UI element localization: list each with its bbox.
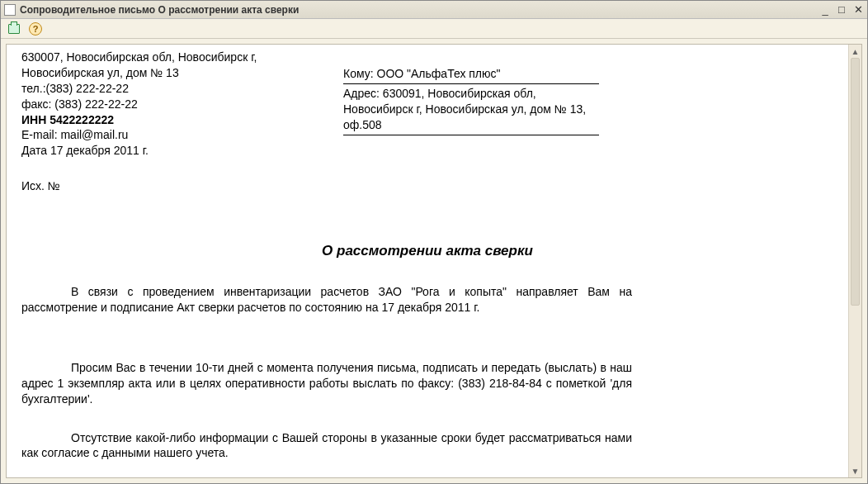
toolbar: ? [1, 19, 867, 39]
header-row: 630007, Новосибирская обл, Новосибирск г… [21, 50, 833, 159]
titlebar: Сопроводительное письмо О рассмотрении а… [1, 1, 867, 19]
sender-fax: факс: (383) 222-22-22 [21, 97, 294, 112]
sender-inn: ИНН 5422222222 [21, 112, 294, 128]
maximize-button[interactable]: □ [836, 4, 847, 16]
help-icon: ? [29, 22, 42, 36]
vertical-scrollbar[interactable]: ▲ ▼ [848, 45, 861, 477]
recipient-to: Кому: ООО "АльфаТех плюс" [343, 64, 599, 84]
sender-phone: тел.:(383) 222-22-22 [21, 81, 294, 97]
sender-email: E-mail: mail@mail.ru [21, 127, 294, 143]
minimize-button[interactable]: _ [819, 4, 831, 16]
body-paragraph-2: Просим Вас в течении 10-ти дней с момент… [21, 360, 632, 407]
document-icon [4, 4, 16, 16]
window-controls: _ □ ✕ [819, 4, 864, 16]
body-paragraph-3: Отсутствие какой-либо информации с Вашей… [21, 430, 632, 462]
app-window: Сопроводительное письмо О рассмотрении а… [0, 0, 868, 484]
scroll-down-arrow[interactable]: ▼ [849, 464, 861, 477]
body-paragraph-1: В связи с проведением инвентаризации рас… [21, 284, 632, 316]
close-button[interactable]: ✕ [852, 4, 864, 16]
recipient-address: Адрес: 630091, Новосибирская обл, Новоси… [343, 84, 599, 135]
sender-address: 630007, Новосибирская обл, Новосибирск г… [21, 50, 294, 81]
scroll-thumb[interactable] [851, 58, 860, 306]
print-icon [8, 24, 20, 34]
window-title: Сопроводительное письмо О рассмотрении а… [20, 4, 819, 16]
content-wrap: 630007, Новосибирская обл, Новосибирск г… [1, 39, 867, 483]
print-button[interactable] [6, 21, 22, 37]
help-button[interactable]: ? [27, 21, 44, 37]
sender-date: Дата 17 декабря 2011 г. [21, 143, 294, 159]
document-page: 630007, Новосибирская обл, Новосибирск г… [7, 45, 848, 477]
outgoing-number: Исх. № [21, 178, 833, 194]
document-title: О рассмотрении акта сверки [21, 242, 833, 261]
scroll-up-arrow[interactable]: ▲ [849, 45, 861, 58]
recipient-block: Кому: ООО "АльфаТех плюс" Адрес: 630091,… [343, 50, 599, 159]
sender-block: 630007, Новосибирская обл, Новосибирск г… [21, 50, 294, 159]
content-area: 630007, Новосибирская обл, Новосибирск г… [6, 44, 862, 478]
